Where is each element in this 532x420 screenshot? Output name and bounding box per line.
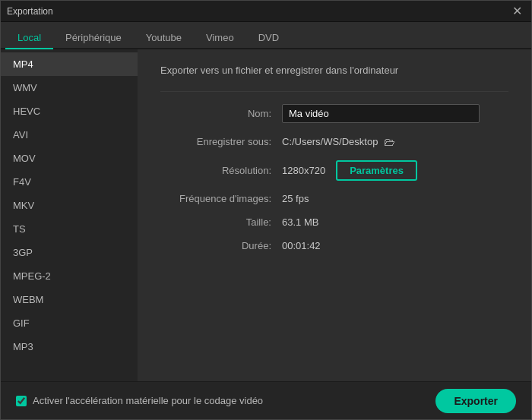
taille-label: Taille: — [160, 216, 282, 228]
main-content: MP4 WMV HEVC AVI MOV F4V MKV TS 3GP MPEG… — [1, 49, 531, 381]
frequence-label: Fréquence d'images: — [160, 193, 282, 204]
duree-label: Durée: — [160, 240, 282, 251]
duree-row: Durée: 00:01:42 — [160, 240, 508, 251]
tab-youtube[interactable]: Youtube — [134, 27, 194, 49]
enregistrer-row: Enregistrer sous: C:/Users/WS/Desktop 🗁 — [160, 135, 508, 148]
sidebar-item-wmv[interactable]: WMV — [1, 76, 138, 99]
parametres-button[interactable]: Paramètres — [336, 160, 417, 181]
sidebar-item-gif[interactable]: GIF — [1, 311, 138, 335]
resolution-row: Résolution: 1280x720 Paramètres — [160, 160, 508, 181]
frequence-row: Fréquence d'images: 25 fps — [160, 193, 508, 204]
acceleration-checkbox[interactable] — [16, 396, 27, 406]
nom-input[interactable] — [282, 104, 480, 123]
resolution-controls: 1280x720 Paramètres — [282, 160, 417, 181]
acceleration-row: Activer l'accélération matérielle pour l… — [16, 395, 263, 406]
resolution-label: Résolution: — [160, 165, 282, 176]
divider — [160, 91, 508, 92]
nom-label: Nom: — [160, 108, 282, 119]
duree-value: 00:01:42 — [282, 240, 508, 251]
tab-dvd[interactable]: DVD — [246, 27, 291, 49]
tabs-bar: Local Périphérique Youtube Vimeo DVD — [1, 22, 531, 49]
path-row: C:/Users/WS/Desktop 🗁 — [282, 135, 395, 148]
window-title: Exportation — [7, 6, 53, 17]
sidebar-item-mov[interactable]: MOV — [1, 147, 138, 170]
sidebar-item-mp3[interactable]: MP3 — [1, 335, 138, 358]
tab-vimeo[interactable]: Vimeo — [194, 27, 246, 49]
sidebar-item-mkv[interactable]: MKV — [1, 194, 138, 217]
sidebar: MP4 WMV HEVC AVI MOV F4V MKV TS 3GP MPEG… — [1, 49, 138, 381]
sidebar-item-hevc[interactable]: HEVC — [1, 99, 138, 123]
taille-row: Taille: 63.1 MB — [160, 216, 508, 228]
nom-row: Nom: — [160, 104, 508, 123]
title-bar: Exportation ✕ — [1, 1, 531, 22]
sidebar-item-ts[interactable]: TS — [1, 217, 138, 241]
enregistrer-label: Enregistrer sous: — [160, 136, 282, 147]
export-button[interactable]: Exporter — [435, 389, 516, 413]
footer: Activer l'accélération matérielle pour l… — [1, 381, 531, 419]
path-value: C:/Users/WS/Desktop — [282, 136, 378, 147]
frequence-value: 25 fps — [282, 193, 508, 204]
sidebar-item-3gp[interactable]: 3GP — [1, 241, 138, 264]
main-window: Exportation ✕ Local Périphérique Youtube… — [0, 0, 532, 420]
resolution-value: 1280x720 — [282, 165, 325, 176]
sidebar-item-mp4[interactable]: MP4 — [1, 52, 138, 76]
content-area: Exporter vers un fichier et enregistrer … — [138, 49, 531, 381]
taille-value: 63.1 MB — [282, 216, 508, 228]
acceleration-label: Activer l'accélération matérielle pour l… — [33, 395, 263, 406]
sidebar-item-mpeg2[interactable]: MPEG-2 — [1, 264, 138, 288]
sidebar-item-avi[interactable]: AVI — [1, 123, 138, 147]
content-header: Exporter vers un fichier et enregistrer … — [160, 65, 508, 76]
folder-icon[interactable]: 🗁 — [384, 135, 395, 148]
close-button[interactable]: ✕ — [509, 4, 525, 19]
sidebar-item-webm[interactable]: WEBM — [1, 288, 138, 311]
tab-peripherique[interactable]: Périphérique — [53, 27, 134, 49]
sidebar-item-f4v[interactable]: F4V — [1, 170, 138, 194]
tab-local[interactable]: Local — [5, 27, 53, 49]
